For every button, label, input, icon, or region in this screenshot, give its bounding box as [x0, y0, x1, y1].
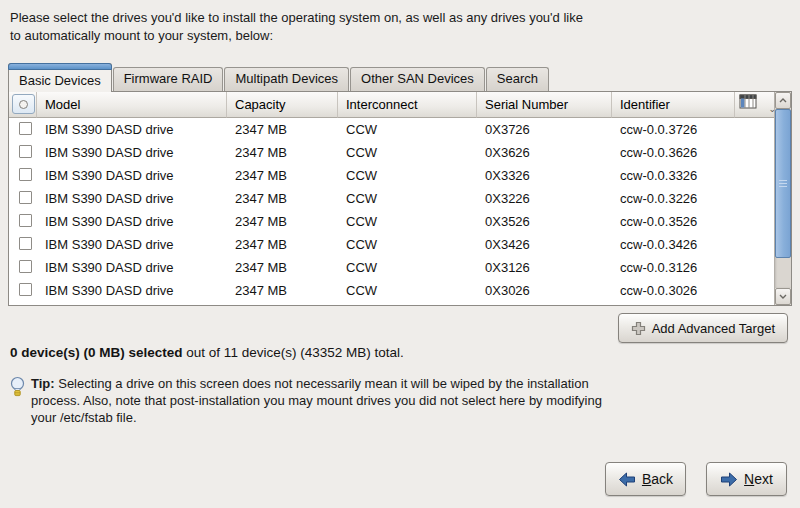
- cell-capacity: 2347 MB: [227, 141, 338, 164]
- cell-capacity: 2347 MB: [227, 118, 338, 141]
- column-header-model[interactable]: Model: [37, 92, 227, 118]
- scroll-up-button[interactable]: [775, 92, 791, 109]
- row-checkbox-cell: [9, 233, 37, 256]
- cell-capacity: 2347 MB: [227, 279, 338, 302]
- select-all-circle-icon: [19, 100, 28, 109]
- cell-spacer: [735, 210, 774, 233]
- cell-serial-number: 0X3226: [477, 187, 612, 210]
- cell-model: IBM S390 DASD drive: [37, 210, 227, 233]
- row-checkbox[interactable]: [19, 237, 32, 250]
- cell-serial-number: 0X3326: [477, 164, 612, 187]
- row-checkbox-cell: [9, 118, 37, 141]
- table-row[interactable]: IBM S390 DASD drive2347 MBCCW0X3426ccw-0…: [9, 233, 774, 256]
- table-row[interactable]: IBM S390 DASD drive2347 MBCCW0X3226ccw-0…: [9, 187, 774, 210]
- cell-model: IBM S390 DASD drive: [37, 118, 227, 141]
- scrollbar-thumb[interactable]: [775, 109, 791, 258]
- select-all-header[interactable]: [9, 92, 37, 118]
- selection-status-selected: 0 device(s) (0 MB) selected: [10, 345, 183, 360]
- tab-basic-devices[interactable]: Basic Devices: [8, 63, 112, 92]
- next-button-label: Next: [744, 471, 773, 487]
- arrow-right-icon: [720, 472, 738, 487]
- tab-label: Multipath Devices: [235, 71, 338, 86]
- select-all-button[interactable]: [12, 94, 35, 114]
- cell-capacity: 2347 MB: [227, 233, 338, 256]
- chevron-down-icon: [779, 294, 787, 299]
- back-button-label: Back: [642, 471, 673, 487]
- tab-other-san-devices[interactable]: Other SAN Devices: [350, 67, 485, 91]
- cell-interconnect: CCW: [338, 164, 477, 187]
- table-row[interactable]: IBM S390 DASD drive2347 MBCCW0X3626ccw-0…: [9, 141, 774, 164]
- device-list-panel: Model Capacity Interconnect Serial Numbe…: [8, 91, 792, 306]
- tab-label: Basic Devices: [19, 73, 101, 88]
- tab-search[interactable]: Search: [486, 67, 549, 91]
- cell-model: IBM S390 DASD drive: [37, 141, 227, 164]
- table-columns-icon: ⌄: [739, 94, 774, 110]
- vertical-scrollbar[interactable]: [774, 92, 791, 305]
- cell-serial-number: 0X3026: [477, 279, 612, 302]
- cell-spacer: [735, 141, 774, 164]
- row-checkbox-cell: [9, 141, 37, 164]
- column-header-interconnect[interactable]: Interconnect: [338, 92, 477, 118]
- next-button[interactable]: Next: [706, 462, 787, 496]
- device-table: Model Capacity Interconnect Serial Numbe…: [9, 92, 774, 305]
- lightbulb-icon: [9, 376, 26, 400]
- row-checkbox[interactable]: [19, 191, 32, 204]
- tab-firmware-raid[interactable]: Firmware RAID: [113, 67, 224, 91]
- cell-model: IBM S390 DASD drive: [37, 233, 227, 256]
- cell-identifier: ccw-0.0.3326: [612, 164, 735, 187]
- cell-model: IBM S390 DASD drive: [37, 279, 227, 302]
- row-checkbox[interactable]: [19, 283, 32, 296]
- cell-serial-number: 0X3626: [477, 141, 612, 164]
- cell-serial-number: 0X3726: [477, 118, 612, 141]
- cell-identifier: ccw-0.0.3226: [612, 187, 735, 210]
- table-row[interactable]: IBM S390 DASD drive2347 MBCCW0X3126ccw-0…: [9, 256, 774, 279]
- column-header-serial-number[interactable]: Serial Number: [477, 92, 612, 118]
- cell-interconnect: CCW: [338, 187, 477, 210]
- plus-icon: [631, 321, 646, 336]
- row-checkbox-cell: [9, 210, 37, 233]
- row-checkbox-cell: [9, 187, 37, 210]
- scrollbar-track[interactable]: [775, 109, 791, 288]
- row-checkbox[interactable]: [19, 168, 32, 181]
- cell-interconnect: CCW: [338, 233, 477, 256]
- cell-identifier: ccw-0.0.3726: [612, 118, 735, 141]
- columns-config-header[interactable]: ⌄: [735, 92, 774, 118]
- row-checkbox[interactable]: [19, 145, 32, 158]
- cell-identifier: ccw-0.0.3426: [612, 233, 735, 256]
- scrollbar-grip: [779, 178, 787, 189]
- cell-model: IBM S390 DASD drive: [37, 164, 227, 187]
- table-row[interactable]: IBM S390 DASD drive2347 MBCCW0X3026ccw-0…: [9, 279, 774, 302]
- device-table-body: IBM S390 DASD drive2347 MBCCW0X3726ccw-0…: [9, 118, 774, 305]
- row-checkbox[interactable]: [19, 122, 32, 135]
- add-advanced-target-label: Add Advanced Target: [652, 321, 775, 336]
- cell-capacity: 2347 MB: [227, 256, 338, 279]
- row-checkbox-cell: [9, 279, 37, 302]
- column-header-identifier[interactable]: Identifier: [612, 92, 735, 118]
- cell-interconnect: CCW: [338, 118, 477, 141]
- cell-interconnect: CCW: [338, 256, 477, 279]
- table-row[interactable]: IBM S390 DASD drive2347 MBCCW0X3726ccw-0…: [9, 118, 774, 141]
- cell-serial-number: 0X3426: [477, 233, 612, 256]
- table-row[interactable]: IBM S390 DASD drive2347 MBCCW0X3326ccw-0…: [9, 164, 774, 187]
- device-table-header: Model Capacity Interconnect Serial Numbe…: [9, 92, 774, 118]
- table-row[interactable]: IBM S390 DASD drive2347 MBCCW0X3526ccw-0…: [9, 210, 774, 233]
- selection-status: 0 device(s) (0 MB) selected out of 11 de…: [10, 345, 404, 360]
- arrow-left-icon: [618, 472, 636, 487]
- column-header-capacity[interactable]: Capacity: [227, 92, 338, 118]
- cell-identifier: ccw-0.0.3126: [612, 256, 735, 279]
- cell-interconnect: CCW: [338, 141, 477, 164]
- cell-identifier: ccw-0.0.3026: [612, 279, 735, 302]
- row-checkbox-cell: [9, 256, 37, 279]
- instructions-text: Please select the drives you'd like to i…: [10, 9, 594, 45]
- row-checkbox[interactable]: [19, 260, 32, 273]
- scroll-down-button[interactable]: [775, 288, 791, 305]
- back-button[interactable]: Back: [605, 462, 686, 496]
- cell-interconnect: CCW: [338, 210, 477, 233]
- chevron-up-icon: [779, 98, 787, 103]
- tab-bar: Basic DevicesFirmware RAIDMultipath Devi…: [8, 62, 792, 91]
- tab-multipath-devices[interactable]: Multipath Devices: [224, 67, 349, 91]
- cell-identifier: ccw-0.0.3526: [612, 210, 735, 233]
- cell-spacer: [735, 233, 774, 256]
- row-checkbox[interactable]: [19, 214, 32, 227]
- add-advanced-target-button[interactable]: Add Advanced Target: [618, 313, 788, 343]
